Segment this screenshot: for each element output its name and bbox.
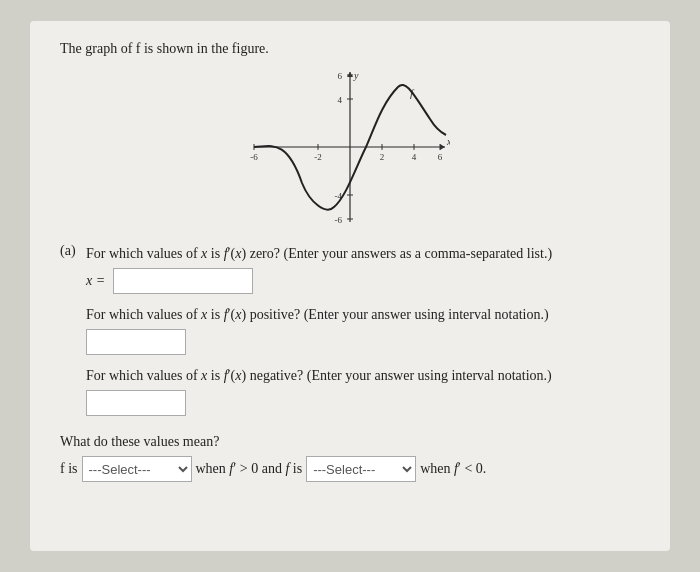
svg-text:-6: -6 <box>335 215 343 225</box>
svg-text:2: 2 <box>380 152 385 162</box>
x-zero-input[interactable] <box>113 268 253 294</box>
select-decreasing-dropdown[interactable]: ---Select--- increasing decreasing conca… <box>306 456 416 482</box>
svg-text:4: 4 <box>412 152 417 162</box>
q2-block: For which values of x is f′(x) positive?… <box>86 304 640 355</box>
part-a-label: (a) <box>60 243 86 259</box>
part-a-content: For which values of x is f′(x) zero? (En… <box>86 243 640 426</box>
part-a-row: (a) For which values of x is f′(x) zero?… <box>60 243 640 426</box>
q2-text: For which values of x is f′(x) positive?… <box>86 304 640 325</box>
when1-text: when f′ > 0 and f is <box>196 461 303 477</box>
f-is-text: f is <box>60 461 78 477</box>
svg-text:6: 6 <box>338 71 343 81</box>
svg-text:-2: -2 <box>314 152 322 162</box>
q3-text: For which values of x is f′(x) negative?… <box>86 365 640 386</box>
svg-text:4: 4 <box>338 95 343 105</box>
graph-area: -6 -2 2 4 6 6 4 <box>250 67 450 227</box>
svg-marker-3 <box>440 144 445 150</box>
x-eq-row: x = <box>86 268 640 294</box>
q1-text: For which values of x is f′(x) zero? (En… <box>86 243 640 264</box>
svg-text:6: 6 <box>438 152 443 162</box>
main-card: The graph of f is shown in the figure. -… <box>30 21 670 551</box>
graph-svg: -6 -2 2 4 6 6 4 <box>250 67 450 227</box>
q1-block: For which values of x is f′(x) zero? (En… <box>86 243 640 294</box>
q3-block: For which values of x is f′(x) negative?… <box>86 365 640 416</box>
when2-text: when f′ < 0. <box>420 461 486 477</box>
svg-text:x: x <box>446 136 450 147</box>
graph-container: -6 -2 2 4 6 6 4 <box>60 67 640 227</box>
x-eq-label: x = <box>86 273 105 289</box>
f-is-row: f is ---Select--- increasing decreasing … <box>60 456 640 482</box>
f-prime-negative-input[interactable] <box>86 390 186 416</box>
svg-text:-6: -6 <box>250 152 258 162</box>
svg-text:y: y <box>353 70 359 81</box>
what-mean-label: What do these values mean? <box>60 434 640 450</box>
select-increasing-dropdown[interactable]: ---Select--- increasing decreasing conca… <box>82 456 192 482</box>
f-prime-positive-input[interactable] <box>86 329 186 355</box>
intro-text: The graph of f is shown in the figure. <box>60 41 640 57</box>
